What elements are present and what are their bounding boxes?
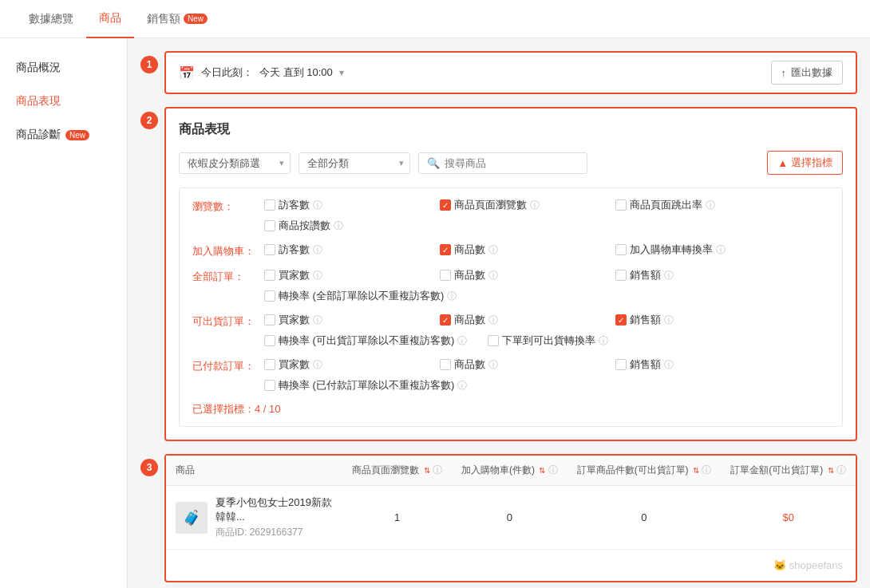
product-thumbnail: 🧳 — [176, 502, 208, 534]
checkbox-paid-buyers[interactable] — [264, 359, 275, 370]
info-icon-12[interactable]: ⓘ — [313, 314, 322, 327]
date-bar: 📅 今日此刻： 今天 直到 10:00 ▾ ↑ 匯出數據 — [166, 53, 856, 93]
section-3-wrapper: 3 商品 商品頁面瀏覽數 ⇅ ⓘ — [140, 454, 857, 582]
selected-count: 已選擇指標：4 / 10 — [192, 402, 829, 416]
main-content: 1 📅 今日此刻： 今天 直到 10:00 ▾ ↑ 匯出數據 — [128, 38, 870, 588]
info-icon-20[interactable]: ⓘ — [457, 379, 467, 393]
product-table: 商品 商品頁面瀏覽數 ⇅ ⓘ 加入購物車(件數) ⇅ — [166, 456, 856, 550]
sidebar: 商品概況 商品表現 商品診斷 New — [0, 38, 128, 588]
checkbox-likes[interactable] — [264, 220, 275, 231]
info-icon-13[interactable]: ⓘ — [488, 314, 498, 327]
metric-item-ship-buyers: 買家數 ⓘ — [264, 313, 440, 327]
metric-item-cart-visitor: 訪客數 ⓘ — [264, 243, 440, 257]
info-icon-19[interactable]: ⓘ — [664, 358, 674, 372]
info-icon-4[interactable]: ⓘ — [334, 219, 343, 233]
product-name[interactable]: 夏季小包包女士2019新款韓韓... — [216, 495, 333, 524]
all-category-filter[interactable]: 全部分類 — [299, 152, 410, 174]
cell-order-amount: $0 — [721, 486, 856, 550]
col-order-items[interactable]: 訂單商品件數(可出貨訂單) ⇅ ⓘ — [567, 456, 722, 486]
info-icon-3[interactable]: ⓘ — [706, 199, 715, 212]
info-icon[interactable]: ⓘ — [313, 199, 322, 212]
metric-item-paid-conversion: 轉換率 (已付款訂單除以不重複訪客數) ⓘ — [264, 378, 488, 393]
checkbox-ship-buyers[interactable] — [264, 314, 275, 326]
info-icon-14[interactable]: ⓘ — [664, 314, 674, 327]
metric-items-all-orders: 買家數 ⓘ 商品數 ⓘ 銷售額 — [264, 268, 829, 303]
metric-label-paid: 已付款訂單： — [192, 357, 264, 373]
metric-item-all-sales: 銷售額 ⓘ — [615, 268, 791, 282]
info-icon-8[interactable]: ⓘ — [313, 269, 322, 282]
sort-icon-4: ⇅ — [828, 466, 834, 475]
sidebar-item-performance[interactable]: 商品表現 — [0, 85, 127, 118]
checkbox-all-conversion[interactable] — [264, 290, 275, 302]
nav-item-sales[interactable]: 銷售額 New — [134, 0, 220, 38]
checkbox-ship-sales[interactable]: ✓ — [615, 314, 627, 326]
info-icon-10[interactable]: ⓘ — [664, 269, 674, 282]
checkbox-visitor[interactable] — [264, 199, 275, 211]
cell-order-items: 0 — [567, 486, 722, 550]
col-cart[interactable]: 加入購物車(件數) ⇅ ⓘ — [452, 456, 567, 486]
info-icon-9[interactable]: ⓘ — [488, 269, 498, 282]
export-button[interactable]: ↑ 匯出數據 — [771, 61, 844, 85]
col-order-amount[interactable]: 訂單金額(可出貨訂單) ⇅ ⓘ — [721, 456, 856, 486]
metric-item-all-conversion: 轉換率 (全部訂單除以不重複訪客數) ⓘ — [264, 289, 488, 303]
metric-row-cart: 加入購物車： 訪客數 ⓘ ✓ 商品數 ⓘ — [192, 243, 829, 258]
checkbox-paid-products[interactable] — [440, 359, 451, 370]
checkbox-all-buyers[interactable] — [264, 270, 275, 281]
metric-label-all-orders: 全部訂單： — [192, 268, 264, 284]
col-info-3[interactable]: ⓘ — [702, 464, 711, 476]
metric-item-likes: 商品按讚數 ⓘ — [264, 219, 440, 233]
metric-items-cart: 訪客數 ⓘ ✓ 商品數 ⓘ 加入購物車轉換率 — [264, 243, 829, 257]
checkbox-ship-order-conversion[interactable] — [488, 335, 499, 346]
col-info-2[interactable]: ⓘ — [548, 464, 558, 476]
metric-item-cart-conversion: 加入購物車轉換率 ⓘ — [615, 243, 791, 257]
sidebar-item-diagnosis[interactable]: 商品診斷 New — [0, 118, 127, 152]
col-info-4[interactable]: ⓘ — [836, 464, 846, 476]
col-page-views[interactable]: 商品頁面瀏覽數 ⇅ ⓘ — [342, 456, 452, 486]
checkbox-ship-conversion[interactable] — [264, 335, 275, 346]
checkbox-paid-sales[interactable] — [615, 359, 627, 370]
product-search-box[interactable]: 🔍 — [418, 152, 587, 174]
info-icon-15[interactable]: ⓘ — [457, 334, 467, 348]
table-row: 🧳 夏季小包包女士2019新款韓韓... 商品ID: 2629166377 1 … — [166, 486, 856, 550]
info-icon-2[interactable]: ⓘ — [530, 199, 540, 212]
metric-row-views: 瀏覽數： 訪客數 ⓘ ✓ 商品頁面瀏覽數 ⓘ — [192, 198, 829, 233]
info-icon-6[interactable]: ⓘ — [488, 243, 498, 257]
section-number-3: 3 — [140, 459, 158, 476]
select-metrics-button[interactable]: ▲ 選擇指標 — [767, 151, 843, 175]
metric-items-paid: 買家數 ⓘ 商品數 ⓘ 銷售額 — [264, 357, 829, 393]
product-search-input[interactable] — [445, 157, 579, 169]
checkbox-cart-visitor[interactable] — [264, 244, 275, 255]
metric-item-ship-order-conversion: 下單到可出貨轉換率 ⓘ — [488, 333, 663, 348]
category-filter[interactable]: 依蝦皮分類篩選 — [179, 152, 291, 174]
checkbox-cart-conversion[interactable] — [615, 244, 627, 255]
table-section: 商品 商品頁面瀏覽數 ⇅ ⓘ 加入購物車(件數) ⇅ — [166, 456, 856, 581]
checkbox-paid-conversion[interactable] — [264, 380, 275, 391]
metric-item-ship-sales: ✓ 銷售額 ⓘ — [615, 313, 791, 327]
info-icon-16[interactable]: ⓘ — [599, 334, 608, 348]
sidebar-item-overview[interactable]: 商品概況 — [0, 51, 127, 85]
info-icon-5[interactable]: ⓘ — [313, 243, 322, 257]
cell-page-views: 1 — [342, 486, 452, 550]
info-icon-17[interactable]: ⓘ — [313, 358, 322, 372]
col-info-1[interactable]: ⓘ — [433, 464, 442, 476]
metric-item-all-products: 商品數 ⓘ — [440, 268, 615, 282]
checkbox-page-views[interactable]: ✓ — [440, 199, 451, 211]
calendar-icon: 📅 — [179, 65, 195, 81]
info-icon-18[interactable]: ⓘ — [488, 358, 498, 372]
date-range-value[interactable]: 今天 直到 10:00 — [259, 65, 333, 80]
info-icon-7[interactable]: ⓘ — [716, 243, 726, 257]
checkbox-all-sales[interactable] — [615, 270, 627, 281]
metric-label-views: 瀏覽數： — [192, 198, 264, 214]
checkbox-cart-products[interactable]: ✓ — [440, 244, 451, 255]
nav-item-products[interactable]: 商品 — [86, 0, 134, 38]
nav-item-overview[interactable]: 數據總覽 — [16, 0, 86, 38]
date-chevron-icon[interactable]: ▾ — [339, 67, 344, 78]
checkbox-ship-products[interactable]: ✓ — [440, 314, 451, 326]
category-filter-wrapper: 依蝦皮分類篩選 — [179, 152, 291, 174]
info-icon-11[interactable]: ⓘ — [447, 290, 457, 303]
checkbox-bounce-rate[interactable] — [615, 199, 627, 211]
product-id: 商品ID: 2629166377 — [216, 526, 333, 539]
checkbox-all-products[interactable] — [440, 270, 451, 281]
sort-icon-3: ⇅ — [693, 466, 699, 475]
section-2-box: 商品表現 依蝦皮分類篩選 全部分類 — [164, 107, 857, 441]
